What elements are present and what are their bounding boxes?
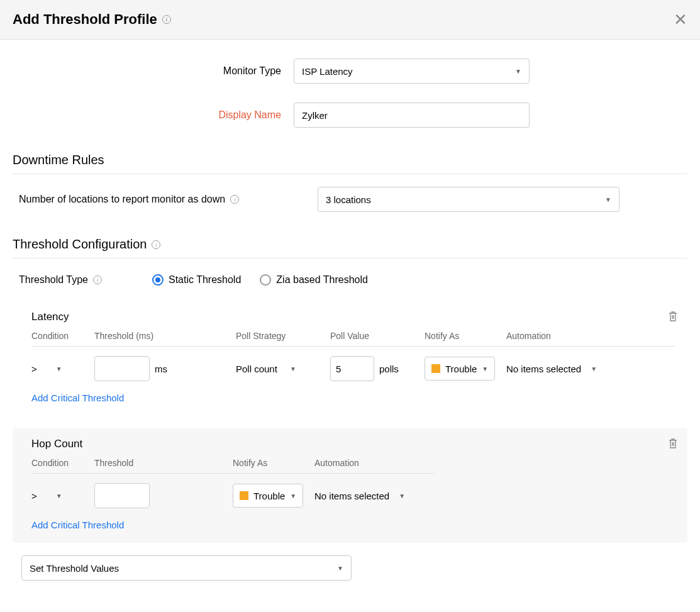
status-color-swatch — [240, 491, 248, 500]
info-icon[interactable]: i — [230, 195, 239, 204]
latency-title: Latency — [31, 311, 675, 323]
latency-add-critical-link[interactable]: Add Critical Threshold — [31, 392, 675, 403]
chevron-down-icon: ▼ — [337, 565, 343, 572]
col-notify-as: Notify As — [233, 458, 314, 468]
close-icon[interactable]: ✕ — [674, 11, 687, 28]
delete-hop-button[interactable] — [668, 438, 678, 451]
monitor-type-select[interactable]: ISP Latency ▼ — [294, 58, 530, 84]
info-icon[interactable]: i — [93, 275, 102, 284]
latency-automation-value: No items selected — [506, 364, 581, 374]
threshold-config-title: Threshold Configuration i — [13, 237, 687, 252]
latency-poll-value-unit: polls — [379, 364, 399, 374]
hop-threshold-input[interactable] — [94, 483, 150, 508]
hop-add-critical-link[interactable]: Add Critical Threshold — [31, 520, 675, 530]
display-name-label: Display Name — [13, 109, 294, 121]
divider — [13, 258, 687, 259]
locations-row: Number of locations to report monitor as… — [19, 187, 687, 212]
page-title-text: Add Threshold Profile — [13, 11, 157, 28]
hop-count-card: Hop Count Condition Threshold Notify As … — [13, 428, 687, 543]
latency-condition-select[interactable]: > ▼ — [31, 364, 94, 374]
col-poll-strategy: Poll Strategy — [236, 331, 330, 341]
chevron-down-icon: ▼ — [56, 492, 62, 499]
latency-table-header: Condition Threshold (ms) Poll Strategy P… — [31, 331, 675, 347]
hop-condition-select[interactable]: > ▼ — [31, 491, 94, 501]
chevron-down-icon: ▼ — [515, 68, 521, 75]
latency-card: Latency Condition Threshold (ms) Poll St… — [13, 301, 687, 416]
monitor-type-label: Monitor Type — [13, 65, 294, 77]
hop-condition-value: > — [31, 491, 37, 501]
delete-latency-button[interactable] — [668, 311, 678, 324]
info-icon[interactable]: i — [162, 15, 171, 24]
hop-table-row: > ▼ Trouble ▼ No items selected ▼ — [31, 483, 675, 508]
col-automation: Automation — [314, 458, 428, 468]
hop-automation-value: No items selected — [314, 491, 389, 501]
threshold-type-label: Threshold Type i — [19, 274, 102, 286]
monitor-type-value: ISP Latency — [302, 66, 353, 77]
trash-icon — [668, 438, 678, 449]
threshold-type-group: Threshold Type i Static Threshold Zia ba… — [19, 274, 681, 286]
dialog-body: Monitor Type ISP Latency ▼ Display Name … — [0, 40, 700, 593]
chevron-down-icon: ▼ — [605, 196, 611, 203]
radio-icon — [260, 274, 271, 286]
locations-label-text: Number of locations to report monitor as… — [19, 194, 225, 205]
locations-label: Number of locations to report monitor as… — [19, 194, 294, 205]
radio-static-label: Static Threshold — [169, 274, 241, 286]
latency-threshold-input[interactable] — [94, 356, 150, 381]
hop-automation-select[interactable]: No items selected ▼ — [314, 491, 428, 501]
set-threshold-values-select[interactable]: Set Threshold Values ▼ — [21, 555, 352, 581]
col-threshold: Threshold — [94, 458, 233, 468]
status-color-swatch — [431, 364, 440, 373]
hop-title: Hop Count — [31, 438, 675, 450]
trash-icon — [668, 311, 678, 322]
col-condition: Condition — [31, 458, 94, 468]
display-name-row: Display Name — [13, 103, 687, 128]
locations-select[interactable]: 3 locations ▼ — [318, 187, 619, 212]
divider — [13, 174, 687, 174]
set-threshold-values-label: Set Threshold Values — [30, 563, 119, 574]
locations-value: 3 locations — [326, 194, 371, 205]
latency-table-row: > ▼ ms Poll count ▼ polls — [31, 356, 675, 381]
col-poll-value: Poll Value — [330, 331, 425, 341]
hop-table-header: Condition Threshold Notify As Automation — [31, 458, 434, 474]
chevron-down-icon: ▼ — [591, 365, 597, 372]
hop-notify-select[interactable]: Trouble ▼ — [233, 484, 303, 508]
info-icon[interactable]: i — [152, 240, 160, 249]
page-title: Add Threshold Profile i — [13, 11, 171, 28]
downtime-rules-title-text: Downtime Rules — [13, 153, 104, 167]
radio-zia-threshold[interactable]: Zia based Threshold — [260, 274, 368, 286]
col-threshold: Threshold (ms) — [94, 331, 236, 341]
hop-notify-value: Trouble — [253, 491, 285, 501]
latency-automation-select[interactable]: No items selected ▼ — [506, 364, 619, 374]
chevron-down-icon: ▼ — [290, 492, 296, 499]
radio-zia-label: Zia based Threshold — [276, 274, 368, 286]
latency-condition-value: > — [31, 364, 37, 374]
latency-poll-strategy-value: Poll count — [236, 364, 277, 374]
col-automation: Automation — [506, 331, 619, 341]
chevron-down-icon: ▼ — [482, 365, 488, 372]
latency-threshold-unit: ms — [155, 364, 167, 374]
latency-notify-select[interactable]: Trouble ▼ — [425, 357, 495, 381]
col-condition: Condition — [31, 331, 94, 341]
dialog-header: Add Threshold Profile i ✕ — [0, 0, 700, 40]
chevron-down-icon: ▼ — [399, 492, 405, 499]
threshold-config-title-text: Threshold Configuration — [13, 237, 147, 252]
monitor-type-row: Monitor Type ISP Latency ▼ — [13, 58, 687, 84]
chevron-down-icon: ▼ — [56, 365, 62, 372]
display-name-input[interactable] — [294, 103, 530, 128]
latency-notify-value: Trouble — [445, 364, 477, 374]
radio-icon — [152, 274, 164, 286]
chevron-down-icon: ▼ — [290, 365, 296, 372]
latency-poll-strategy-select[interactable]: Poll count ▼ — [236, 364, 330, 374]
radio-static-threshold[interactable]: Static Threshold — [152, 274, 241, 286]
downtime-rules-title: Downtime Rules — [13, 153, 687, 167]
col-notify-as: Notify As — [425, 331, 506, 341]
threshold-type-label-text: Threshold Type — [19, 274, 88, 286]
latency-poll-value-input[interactable] — [330, 356, 374, 381]
